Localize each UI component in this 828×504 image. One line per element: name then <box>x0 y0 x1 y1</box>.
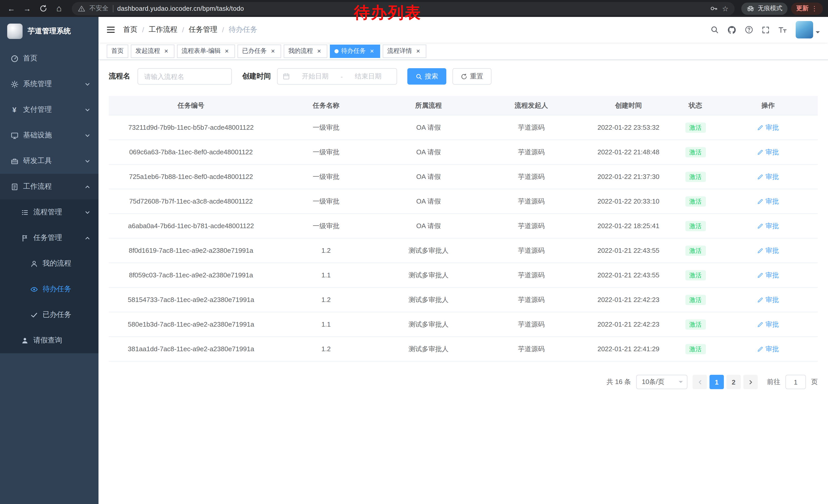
hamburger-icon[interactable] <box>98 17 123 43</box>
forward-icon[interactable]: → <box>21 2 33 15</box>
key-icon[interactable] <box>710 5 718 12</box>
fullscreen-icon[interactable] <box>762 26 770 34</box>
page-button-2[interactable]: 2 <box>727 375 741 389</box>
cell-status: 激活 <box>672 122 718 133</box>
approve-link[interactable]: 审批 <box>757 295 779 304</box>
sidebar-item-dev-tools[interactable]: 研发工具 <box>0 148 98 174</box>
status-badge: 激活 <box>685 270 706 280</box>
divider <box>113 5 113 12</box>
search-icon[interactable] <box>710 26 719 34</box>
active-tab-dot <box>334 49 339 53</box>
cell-initiator: 芋道源码 <box>478 123 585 132</box>
tab-2[interactable]: 流程表单-编辑× <box>177 44 235 58</box>
tab-label: 流程详情 <box>387 47 412 55</box>
sidebar-item-todo-task[interactable]: 待办任务 <box>0 276 98 302</box>
sidebar-item-label: 已办任务 <box>43 310 71 319</box>
search-button[interactable]: 搜索 <box>407 68 446 85</box>
approve-link[interactable]: 审批 <box>757 197 779 206</box>
prev-page-button[interactable] <box>693 375 707 389</box>
sidebar-item-leave-query[interactable]: 请假查询 <box>0 328 98 353</box>
approve-link[interactable]: 审批 <box>757 147 779 156</box>
sidebar-item-home[interactable]: 首页 <box>0 46 98 71</box>
page-content: 流程名 创建时间 开始日期 - 结束日期 搜索 重 <box>98 60 828 504</box>
cell-status: 激活 <box>672 294 718 305</box>
star-icon[interactable]: ☆ <box>722 4 729 12</box>
user-avatar[interactable] <box>796 21 820 39</box>
tab-4[interactable]: 我的流程× <box>284 44 327 58</box>
status-badge: 激活 <box>685 319 706 329</box>
sidebar-item-system-mgmt[interactable]: 系统管理 <box>0 71 98 97</box>
cell-process: OA 请假 <box>379 172 478 181</box>
sidebar-item-payment-mgmt[interactable]: ¥支付管理 <box>0 97 98 123</box>
help-icon[interactable] <box>745 26 753 34</box>
approve-link[interactable]: 审批 <box>757 221 779 230</box>
github-icon[interactable] <box>728 26 736 34</box>
chevron-down-icon <box>85 133 90 138</box>
cell-action: 审批 <box>718 147 818 156</box>
monitor-icon <box>10 132 18 139</box>
start-date-placeholder[interactable]: 开始日期 <box>292 72 339 81</box>
cell-task-name: 1.1 <box>273 271 379 279</box>
cell-created: 2022-01-22 21:37:30 <box>585 173 672 180</box>
column-header: 所属流程 <box>379 101 478 110</box>
menu-dots-icon[interactable]: ⋮ <box>811 5 818 12</box>
process-name-label: 流程名 <box>109 72 130 81</box>
refresh-icon[interactable] <box>37 2 49 15</box>
cell-status: 激活 <box>672 147 718 157</box>
sidebar-item-my-process[interactable]: 我的流程 <box>0 251 98 276</box>
end-date-placeholder[interactable]: 结束日期 <box>345 72 391 81</box>
cell-task-id: 8f0d1619-7ac8-11ec-a9e2-a2380e71991a <box>109 246 273 254</box>
cell-task-name: 一级审批 <box>273 197 379 206</box>
approve-link[interactable]: 审批 <box>757 172 779 181</box>
next-page-button[interactable] <box>743 375 758 389</box>
close-icon[interactable]: × <box>269 47 277 55</box>
approve-link[interactable]: 审批 <box>757 344 779 354</box>
cell-process: 测试多审批人 <box>379 320 478 329</box>
approve-link[interactable]: 审批 <box>757 246 779 255</box>
tab-label: 我的流程 <box>288 47 313 55</box>
user-chat-icon <box>30 260 38 267</box>
status-badge: 激活 <box>685 122 706 133</box>
tab-label: 发起流程 <box>135 47 160 55</box>
back-icon[interactable]: ← <box>5 2 17 15</box>
process-name-input[interactable] <box>137 68 232 85</box>
breadcrumb-item[interactable]: 工作流程 <box>149 25 177 34</box>
breadcrumb-item[interactable]: 首页 <box>123 25 137 34</box>
cell-action: 审批 <box>718 172 818 181</box>
date-range-picker[interactable]: 开始日期 - 结束日期 <box>277 68 397 85</box>
sidebar-item-task-mgmt[interactable]: 任务管理 <box>0 225 98 251</box>
sidebar-item-label: 流程管理 <box>33 208 62 217</box>
status-badge: 激活 <box>685 172 706 182</box>
approve-link[interactable]: 审批 <box>757 123 779 132</box>
reset-button[interactable]: 重置 <box>452 68 492 85</box>
warning-icon <box>78 5 85 12</box>
close-icon[interactable]: × <box>163 47 170 55</box>
close-icon[interactable]: × <box>415 47 422 55</box>
close-icon[interactable]: × <box>368 47 376 55</box>
close-icon[interactable]: × <box>316 47 323 55</box>
logo-image <box>7 24 23 39</box>
tab-6[interactable]: 流程详情× <box>383 44 426 58</box>
tab-3[interactable]: 已办任务× <box>238 44 281 58</box>
page-button-1[interactable]: 1 <box>709 375 724 389</box>
approve-link[interactable]: 审批 <box>757 320 779 329</box>
cell-process: OA 请假 <box>379 221 478 230</box>
tab-label: 流程表单-编辑 <box>181 47 220 55</box>
breadcrumb-item[interactable]: 任务管理 <box>189 25 217 34</box>
font-size-icon[interactable] <box>778 26 787 34</box>
person-icon <box>20 336 29 344</box>
sidebar-item-process-mgmt[interactable]: 流程管理 <box>0 199 98 225</box>
home-icon[interactable]: ⌂ <box>53 2 65 15</box>
sidebar-item-done-task[interactable]: 已办任务 <box>0 302 98 328</box>
page-size-select[interactable]: 10条/页 <box>636 375 688 389</box>
close-icon[interactable]: × <box>223 47 230 55</box>
update-button[interactable]: 更新 ⋮ <box>791 2 823 15</box>
sidebar-item-workflow[interactable]: 工作流程 <box>0 174 98 199</box>
tab-1[interactable]: 发起流程× <box>131 44 174 58</box>
goto-page-input[interactable] <box>785 375 806 389</box>
cell-process: OA 请假 <box>379 147 478 156</box>
tab-0[interactable]: 首页 <box>107 44 128 58</box>
sidebar-item-infrastructure[interactable]: 基础设施 <box>0 123 98 148</box>
tab-5[interactable]: 待办任务× <box>330 44 380 58</box>
approve-link[interactable]: 审批 <box>757 270 779 280</box>
